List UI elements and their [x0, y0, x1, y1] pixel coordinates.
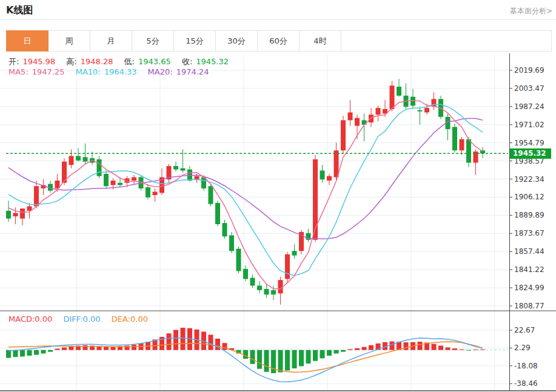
- ma5-label: MA5:: [8, 67, 28, 76]
- svg-text:2003.47: 2003.47: [514, 84, 544, 93]
- ma20-value: 1974.24: [176, 67, 209, 76]
- svg-text:22.67: 22.67: [514, 326, 535, 334]
- kline-chart-canvas[interactable]: 2019.692003.471987.241971.021954.791938.…: [0, 53, 556, 392]
- dea-value: DEA:0.00: [112, 314, 148, 324]
- svg-text:1873.67: 1873.67: [514, 229, 544, 238]
- low-value: 1943.65: [138, 57, 171, 66]
- svg-text:1889.89: 1889.89: [514, 211, 544, 219]
- ma10-value: 1964.33: [104, 67, 137, 76]
- price-axis-labels: 2019.692003.471987.241971.021954.791938.…: [509, 66, 544, 310]
- open-value: 1945.98: [22, 57, 55, 66]
- svg-text:1857.44: 1857.44: [514, 247, 544, 256]
- header: K线图 基本面分析>: [0, 0, 556, 20]
- tab-4hour[interactable]: 4时: [299, 30, 341, 51]
- ma5-line: [8, 101, 483, 289]
- current-price-tag: 1945.32: [510, 148, 551, 159]
- macd-axis-labels: 22.672.29-18.08-38.46: [509, 326, 538, 388]
- tab-15min[interactable]: 15分: [173, 30, 216, 51]
- page-title: K线图: [6, 4, 33, 17]
- svg-text:1906.12: 1906.12: [514, 193, 544, 201]
- tab-week[interactable]: 周: [48, 30, 90, 51]
- high-value: 1948.28: [81, 57, 113, 66]
- chart-area[interactable]: 2019.692003.471987.241971.021954.791938.…: [0, 53, 556, 392]
- tab-5min[interactable]: 5分: [132, 30, 174, 51]
- kline-widget: K线图 基本面分析> 日 周 月 5分 15分 30分 60分 4时 2019.…: [0, 0, 556, 392]
- close-label: 收:: [182, 57, 192, 66]
- macd-legend: MACD:0.00 DIFF:0.00 DEA:0.00: [8, 314, 152, 324]
- tab-month[interactable]: 月: [90, 30, 132, 51]
- svg-text:-38.46: -38.46: [514, 379, 538, 388]
- ma20-label: MA20:: [148, 67, 173, 76]
- ohlc-legend: 开:1945.98 高:1948.28 低:1943.65 收:1945.32: [8, 56, 232, 67]
- tab-30min[interactable]: 30分: [215, 30, 258, 51]
- low-label: 低:: [124, 57, 135, 66]
- svg-text:1824.99: 1824.99: [514, 284, 544, 292]
- svg-text:1922.34: 1922.34: [514, 175, 544, 184]
- tab-bar-filler: [341, 30, 552, 51]
- svg-text:1841.22: 1841.22: [514, 265, 544, 274]
- ma5-value: 1947.25: [32, 67, 65, 76]
- diff-value: DIFF:0.00: [63, 314, 100, 324]
- fundamental-analysis-link[interactable]: 基本面分析>: [510, 6, 552, 16]
- ma20-line: [8, 118, 483, 239]
- period-tabs: 日 周 月 5分 15分 30分 60分 4时: [6, 30, 552, 51]
- open-label: 开:: [8, 57, 19, 66]
- candles: [6, 79, 485, 305]
- macd-value: MACD:0.00: [8, 314, 52, 324]
- svg-text:1808.77: 1808.77: [514, 302, 544, 310]
- tab-60min[interactable]: 60分: [257, 30, 300, 51]
- svg-text:2019.69: 2019.69: [514, 66, 544, 75]
- svg-text:1971.02: 1971.02: [514, 121, 544, 129]
- svg-text:1954.79: 1954.79: [514, 139, 544, 147]
- svg-text:2.29: 2.29: [514, 344, 531, 352]
- svg-text:-18.08: -18.08: [514, 362, 538, 370]
- close-value: 1945.32: [196, 57, 229, 66]
- tab-day[interactable]: 日: [6, 30, 49, 51]
- svg-text:1987.24: 1987.24: [514, 102, 544, 111]
- high-label: 高:: [66, 57, 76, 66]
- ma-legend: MA5:1947.25 MA10:1964.33 MA20:1974.24: [8, 67, 212, 76]
- ma10-label: MA10:: [76, 67, 101, 76]
